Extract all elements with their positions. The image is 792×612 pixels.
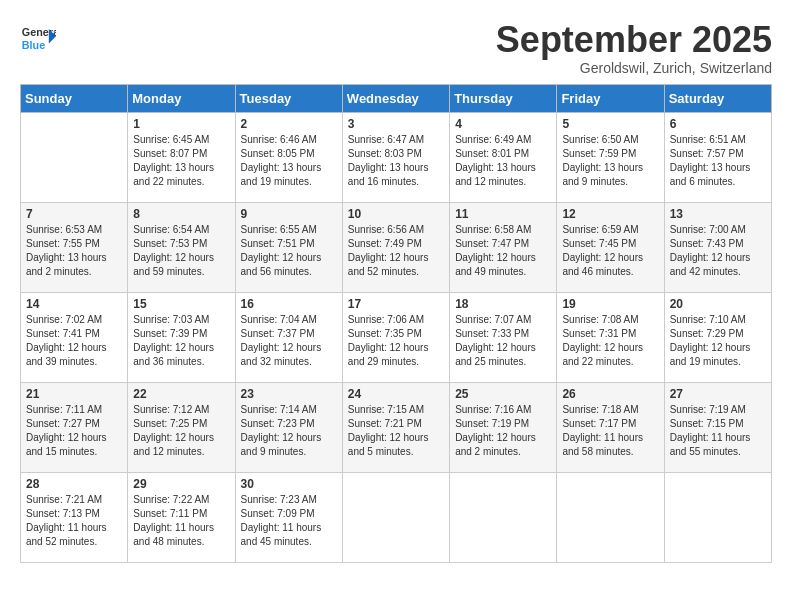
cell-info: Sunrise: 7:04 AMSunset: 7:37 PMDaylight:… [241,313,337,369]
calendar-week-row: 1Sunrise: 6:45 AMSunset: 8:07 PMDaylight… [21,112,772,202]
calendar-cell: 27Sunrise: 7:19 AMSunset: 7:15 PMDayligh… [664,382,771,472]
calendar-cell: 1Sunrise: 6:45 AMSunset: 8:07 PMDaylight… [128,112,235,202]
calendar-cell: 3Sunrise: 6:47 AMSunset: 8:03 PMDaylight… [342,112,449,202]
cell-info: Sunrise: 7:06 AMSunset: 7:35 PMDaylight:… [348,313,444,369]
cell-info: Sunrise: 6:45 AMSunset: 8:07 PMDaylight:… [133,133,229,189]
calendar-cell: 2Sunrise: 6:46 AMSunset: 8:05 PMDaylight… [235,112,342,202]
calendar-cell: 30Sunrise: 7:23 AMSunset: 7:09 PMDayligh… [235,472,342,562]
cell-info: Sunrise: 6:50 AMSunset: 7:59 PMDaylight:… [562,133,658,189]
calendar-cell: 23Sunrise: 7:14 AMSunset: 7:23 PMDayligh… [235,382,342,472]
day-number: 6 [670,117,766,131]
day-number: 21 [26,387,122,401]
calendar-cell: 16Sunrise: 7:04 AMSunset: 7:37 PMDayligh… [235,292,342,382]
day-number: 2 [241,117,337,131]
calendar-cell: 15Sunrise: 7:03 AMSunset: 7:39 PMDayligh… [128,292,235,382]
cell-info: Sunrise: 7:18 AMSunset: 7:17 PMDaylight:… [562,403,658,459]
calendar-week-row: 14Sunrise: 7:02 AMSunset: 7:41 PMDayligh… [21,292,772,382]
calendar-cell: 9Sunrise: 6:55 AMSunset: 7:51 PMDaylight… [235,202,342,292]
day-number: 27 [670,387,766,401]
cell-info: Sunrise: 7:12 AMSunset: 7:25 PMDaylight:… [133,403,229,459]
cell-info: Sunrise: 7:08 AMSunset: 7:31 PMDaylight:… [562,313,658,369]
calendar-table: SundayMondayTuesdayWednesdayThursdayFrid… [20,84,772,563]
day-number: 11 [455,207,551,221]
day-number: 9 [241,207,337,221]
cell-info: Sunrise: 6:55 AMSunset: 7:51 PMDaylight:… [241,223,337,279]
calendar-cell: 14Sunrise: 7:02 AMSunset: 7:41 PMDayligh… [21,292,128,382]
calendar-cell: 20Sunrise: 7:10 AMSunset: 7:29 PMDayligh… [664,292,771,382]
calendar-cell: 11Sunrise: 6:58 AMSunset: 7:47 PMDayligh… [450,202,557,292]
calendar-cell: 10Sunrise: 6:56 AMSunset: 7:49 PMDayligh… [342,202,449,292]
calendar-cell: 5Sunrise: 6:50 AMSunset: 7:59 PMDaylight… [557,112,664,202]
cell-info: Sunrise: 7:14 AMSunset: 7:23 PMDaylight:… [241,403,337,459]
svg-text:Blue: Blue [22,39,45,51]
calendar-cell: 22Sunrise: 7:12 AMSunset: 7:25 PMDayligh… [128,382,235,472]
calendar-cell: 26Sunrise: 7:18 AMSunset: 7:17 PMDayligh… [557,382,664,472]
day-number: 3 [348,117,444,131]
calendar-cell: 24Sunrise: 7:15 AMSunset: 7:21 PMDayligh… [342,382,449,472]
day-number: 23 [241,387,337,401]
logo: General Blue [20,20,56,56]
day-number: 24 [348,387,444,401]
calendar-cell: 21Sunrise: 7:11 AMSunset: 7:27 PMDayligh… [21,382,128,472]
day-number: 12 [562,207,658,221]
day-number: 25 [455,387,551,401]
page-header: General Blue September 2025 Geroldswil, … [20,20,772,76]
day-number: 29 [133,477,229,491]
calendar-cell: 6Sunrise: 6:51 AMSunset: 7:57 PMDaylight… [664,112,771,202]
cell-info: Sunrise: 6:54 AMSunset: 7:53 PMDaylight:… [133,223,229,279]
calendar-cell: 17Sunrise: 7:06 AMSunset: 7:35 PMDayligh… [342,292,449,382]
day-number: 4 [455,117,551,131]
weekday-header-sunday: Sunday [21,84,128,112]
cell-info: Sunrise: 7:19 AMSunset: 7:15 PMDaylight:… [670,403,766,459]
day-number: 10 [348,207,444,221]
day-number: 13 [670,207,766,221]
cell-info: Sunrise: 6:46 AMSunset: 8:05 PMDaylight:… [241,133,337,189]
calendar-cell: 25Sunrise: 7:16 AMSunset: 7:19 PMDayligh… [450,382,557,472]
weekday-header-saturday: Saturday [664,84,771,112]
calendar-cell: 29Sunrise: 7:22 AMSunset: 7:11 PMDayligh… [128,472,235,562]
calendar-cell [557,472,664,562]
location-subtitle: Geroldswil, Zurich, Switzerland [496,60,772,76]
cell-info: Sunrise: 7:02 AMSunset: 7:41 PMDaylight:… [26,313,122,369]
calendar-cell: 19Sunrise: 7:08 AMSunset: 7:31 PMDayligh… [557,292,664,382]
cell-info: Sunrise: 6:58 AMSunset: 7:47 PMDaylight:… [455,223,551,279]
month-title: September 2025 [496,20,772,60]
day-number: 1 [133,117,229,131]
calendar-cell: 7Sunrise: 6:53 AMSunset: 7:55 PMDaylight… [21,202,128,292]
cell-info: Sunrise: 7:00 AMSunset: 7:43 PMDaylight:… [670,223,766,279]
cell-info: Sunrise: 6:51 AMSunset: 7:57 PMDaylight:… [670,133,766,189]
calendar-cell: 8Sunrise: 6:54 AMSunset: 7:53 PMDaylight… [128,202,235,292]
day-number: 17 [348,297,444,311]
cell-info: Sunrise: 6:49 AMSunset: 8:01 PMDaylight:… [455,133,551,189]
cell-info: Sunrise: 6:53 AMSunset: 7:55 PMDaylight:… [26,223,122,279]
cell-info: Sunrise: 7:03 AMSunset: 7:39 PMDaylight:… [133,313,229,369]
calendar-cell [664,472,771,562]
calendar-cell: 28Sunrise: 7:21 AMSunset: 7:13 PMDayligh… [21,472,128,562]
weekday-header-monday: Monday [128,84,235,112]
cell-info: Sunrise: 7:22 AMSunset: 7:11 PMDaylight:… [133,493,229,549]
calendar-cell [342,472,449,562]
weekday-header-wednesday: Wednesday [342,84,449,112]
day-number: 20 [670,297,766,311]
cell-info: Sunrise: 6:56 AMSunset: 7:49 PMDaylight:… [348,223,444,279]
day-number: 8 [133,207,229,221]
cell-info: Sunrise: 7:07 AMSunset: 7:33 PMDaylight:… [455,313,551,369]
cell-info: Sunrise: 7:15 AMSunset: 7:21 PMDaylight:… [348,403,444,459]
cell-info: Sunrise: 7:10 AMSunset: 7:29 PMDaylight:… [670,313,766,369]
day-number: 18 [455,297,551,311]
cell-info: Sunrise: 7:23 AMSunset: 7:09 PMDaylight:… [241,493,337,549]
cell-info: Sunrise: 7:16 AMSunset: 7:19 PMDaylight:… [455,403,551,459]
calendar-week-row: 21Sunrise: 7:11 AMSunset: 7:27 PMDayligh… [21,382,772,472]
calendar-week-row: 7Sunrise: 6:53 AMSunset: 7:55 PMDaylight… [21,202,772,292]
day-number: 30 [241,477,337,491]
day-number: 7 [26,207,122,221]
calendar-cell: 4Sunrise: 6:49 AMSunset: 8:01 PMDaylight… [450,112,557,202]
logo-icon: General Blue [20,20,56,56]
day-number: 14 [26,297,122,311]
weekday-header-thursday: Thursday [450,84,557,112]
day-number: 19 [562,297,658,311]
calendar-cell [21,112,128,202]
day-number: 15 [133,297,229,311]
day-number: 28 [26,477,122,491]
calendar-cell: 13Sunrise: 7:00 AMSunset: 7:43 PMDayligh… [664,202,771,292]
